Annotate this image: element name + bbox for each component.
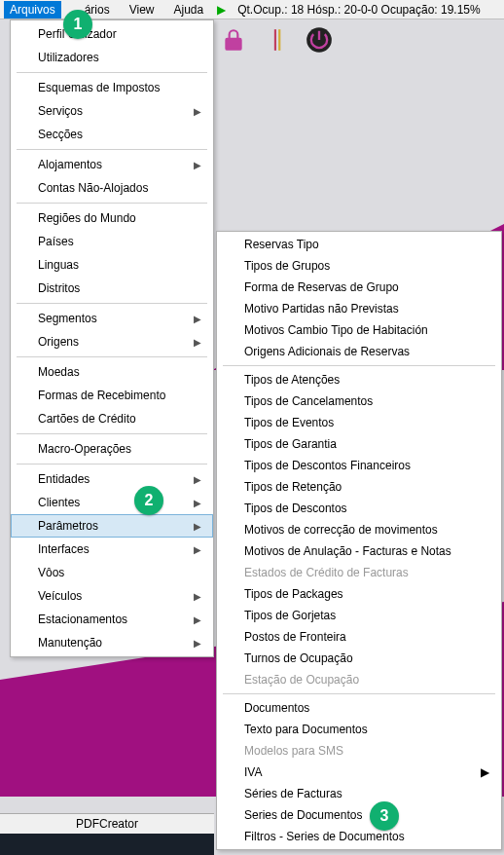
submenu-item[interactable]: Turnos de Ocupação xyxy=(217,648,501,669)
menu-item[interactable]: Segmentos▶ xyxy=(11,307,213,330)
annotation-badge-2: 2 xyxy=(134,486,163,515)
chevron-right-icon: ▶ xyxy=(194,314,201,324)
submenu-item-label: Filtros - Series de Documentos xyxy=(244,830,405,843)
menu-item[interactable]: Cartões de Crédito xyxy=(11,407,213,430)
menu-item[interactable]: Esquemas de Impostos xyxy=(11,76,213,99)
annotation-badge-3: 3 xyxy=(370,801,399,831)
submenu-item[interactable]: IVA▶ xyxy=(217,762,501,783)
menu-item[interactable]: Secções xyxy=(11,123,213,146)
submenu-item[interactable]: Tipos de Atenções xyxy=(217,369,501,390)
menu-item[interactable]: Contas Não-Alojados xyxy=(11,176,213,200)
submenu-item[interactable]: Tipos de Descontos xyxy=(217,498,501,519)
submenu-item[interactable]: Tipos de Garantia xyxy=(217,433,501,455)
submenu-item[interactable]: Origens Adicionais de Reservas xyxy=(217,341,501,362)
menu-item-label: Contas Não-Alojados xyxy=(38,181,148,195)
chevron-right-icon: ▶ xyxy=(194,160,201,170)
submenu-item-label: Tipos de Atenções xyxy=(244,373,340,387)
menu-view[interactable]: View xyxy=(124,1,161,19)
chevron-right-icon: ▶ xyxy=(481,765,489,779)
separator xyxy=(17,464,207,465)
run-icon: ▶ xyxy=(217,3,226,17)
menu-ajuda[interactable]: Ajuda xyxy=(168,1,210,19)
menu-item[interactable]: Perfil Utilizador xyxy=(11,22,213,46)
menu-item[interactable]: Vôos xyxy=(11,561,213,584)
menu-item[interactable]: Formas de Recebimento xyxy=(11,384,213,407)
svg-rect-1 xyxy=(278,29,280,51)
submenu-item[interactable]: Postos de Fronteira xyxy=(217,626,501,648)
menu-item-label: Veículos xyxy=(38,589,82,603)
menu-item[interactable]: Veículos▶ xyxy=(11,584,213,608)
menu-item[interactable]: Regiões do Mundo xyxy=(11,206,213,230)
submenu-item[interactable]: Texto para Documentos xyxy=(217,719,501,740)
menu-item[interactable]: Moedas xyxy=(11,360,213,384)
menu-item[interactable]: Alojamentos▶ xyxy=(11,153,213,176)
menu-item[interactable]: Parâmetros▶ xyxy=(11,514,213,538)
power-icon[interactable] xyxy=(304,24,335,56)
svg-rect-0 xyxy=(274,29,276,51)
separator xyxy=(17,433,207,434)
menu-item[interactable]: Serviços▶ xyxy=(11,99,213,123)
submenu-item[interactable]: Séries de Facturas xyxy=(217,783,501,804)
submenu-item[interactable]: Motivos de Anulação - Facturas e Notas xyxy=(217,540,501,562)
menu-item[interactable]: Entidades▶ xyxy=(11,467,213,491)
menu-item[interactable]: Manutenção▶ xyxy=(11,631,213,654)
menu-item[interactable]: Macro-Operações xyxy=(11,437,213,461)
submenu-item[interactable]: Filtros - Series de Documentos xyxy=(217,826,501,847)
submenu-item-label: Motivos Cambio Tipo de Habitación xyxy=(244,323,428,337)
submenu-item-label: Motivos de Anulação - Facturas e Notas xyxy=(244,544,451,558)
submenu-item-label: Tipos de Grupos xyxy=(244,259,330,273)
menu-item-label: Esquemas de Impostos xyxy=(38,81,160,94)
submenu-item-label: Origens Adicionais de Reservas xyxy=(244,345,410,358)
submenu-item[interactable]: Tipos de Descontos Financeiros xyxy=(217,455,501,476)
tools-icon[interactable] xyxy=(261,24,292,56)
menu-item-label: Moedas xyxy=(38,365,80,379)
menu-item[interactable]: Interfaces▶ xyxy=(11,538,213,561)
submenu-item[interactable]: Motivos Cambio Tipo de Habitación xyxy=(217,319,501,341)
submenu-item[interactable]: Tipos de Packages xyxy=(217,583,501,605)
submenu-item[interactable]: Tipos de Retenção xyxy=(217,476,501,498)
submenu-item[interactable]: Series de Documentos xyxy=(217,804,501,826)
submenu-item: Estados de Crédito de Facturas xyxy=(217,562,501,583)
submenu-item[interactable]: Forma de Reservas de Grupo xyxy=(217,277,501,298)
submenu-item[interactable]: Reservas Tipo xyxy=(217,234,501,255)
menu-item-label: Países xyxy=(38,235,74,248)
menu-item[interactable]: Distritos xyxy=(11,277,213,300)
menu-item[interactable]: Origens▶ xyxy=(11,330,213,353)
menu-item[interactable]: Países xyxy=(11,230,213,253)
menu-item-label: Distritos xyxy=(38,281,80,295)
menu-item[interactable]: Utilizadores xyxy=(11,46,213,69)
submenu-item[interactable]: Motivos de correcção de movimentos xyxy=(217,519,501,540)
submenu-item-label: Tipos de Descontos Financeiros xyxy=(244,459,411,472)
menu-item[interactable]: Estacionamentos▶ xyxy=(11,608,213,631)
menu-item[interactable]: Linguas xyxy=(11,253,213,277)
submenu-item[interactable]: Tipos de Gorjetas xyxy=(217,605,501,626)
menu-item-label: Secções xyxy=(38,128,83,141)
bottom-bar xyxy=(0,834,214,855)
menu-item[interactable]: Clientes▶ xyxy=(11,491,213,514)
submenu-item[interactable]: Documentos xyxy=(217,697,501,719)
parametros-submenu: Reservas TipoTipos de GruposForma de Res… xyxy=(216,231,502,850)
menu-arquivos[interactable]: Arquivos xyxy=(4,1,61,19)
submenu-item-label: Texto para Documentos xyxy=(244,723,368,736)
chevron-right-icon: ▶ xyxy=(194,638,201,649)
separator xyxy=(223,365,495,366)
separator xyxy=(17,356,207,357)
submenu-item-label: Documentos xyxy=(244,701,309,715)
separator xyxy=(223,693,495,694)
submenu-item-label: Series de Documentos xyxy=(244,808,362,822)
chevron-right-icon: ▶ xyxy=(194,337,201,348)
submenu-item: Estação de Ocupação xyxy=(217,669,501,690)
submenu-item[interactable]: Tipos de Cancelamentos xyxy=(217,390,501,412)
submenu-item[interactable]: Motivo Partidas não Previstas xyxy=(217,298,501,319)
menu-item-label: Utilizadores xyxy=(38,51,99,64)
submenu-item[interactable]: Tipos de Grupos xyxy=(217,255,501,277)
annotation-badge-1: 1 xyxy=(63,10,92,39)
separator xyxy=(17,303,207,304)
submenu-item-label: Tipos de Descontos xyxy=(244,502,347,515)
menu-item-label: Parâmetros xyxy=(38,519,98,533)
lock-icon[interactable] xyxy=(218,24,249,56)
menu-item-label: Vôos xyxy=(38,566,64,579)
menu-item-label: Manutenção xyxy=(38,636,102,650)
submenu-item[interactable]: Tipos de Eventos xyxy=(217,412,501,433)
chevron-right-icon: ▶ xyxy=(194,474,201,485)
